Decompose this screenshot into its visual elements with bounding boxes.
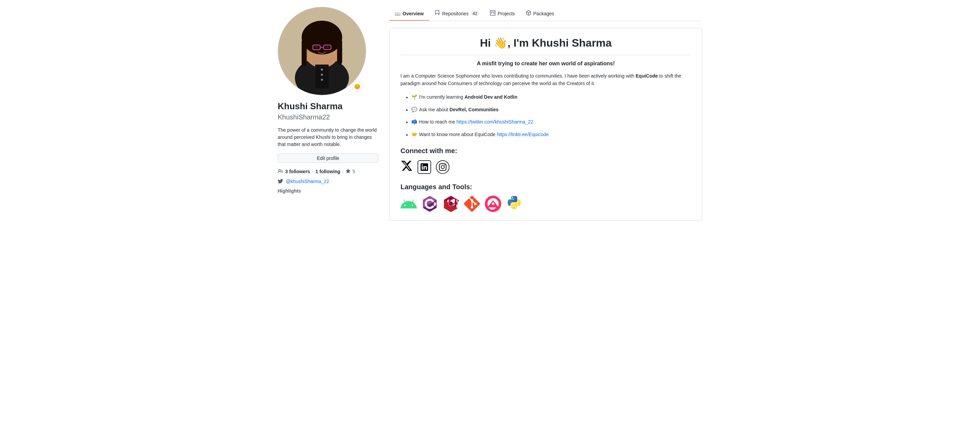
svg-point-13 xyxy=(321,73,323,76)
twitter-icon xyxy=(278,178,283,185)
svg-point-3 xyxy=(301,21,342,54)
twitter-link[interactable]: https://twitter.com/khushiSharma_22 xyxy=(456,119,533,124)
main-content: 📖 Overview Repositories 42 Projec xyxy=(389,7,702,221)
project-icon xyxy=(490,10,495,17)
tool-python xyxy=(506,196,522,212)
list-item-equicode: 🤝 Want to know more about EquiCode https… xyxy=(406,131,691,140)
tool-appwrite xyxy=(485,196,501,212)
tool-cpp xyxy=(443,196,459,212)
seedling-emoji: 🌱 xyxy=(411,93,417,101)
readme-title: Hi 👋, I'm Khushi Sharma xyxy=(401,37,691,49)
list-item-learning: 🌱 I'm currently learning Android Dev and… xyxy=(406,93,691,103)
user-bio: The power of a community to change the w… xyxy=(278,127,379,148)
avatar-emoji[interactable]: 😊 xyxy=(352,81,363,92)
equicode-bold: EquiCode xyxy=(636,73,658,79)
linkedin-social-icon[interactable] xyxy=(417,160,431,174)
instagram-social-icon[interactable] xyxy=(436,160,450,174)
svg-point-7 xyxy=(326,46,329,48)
followers-icon xyxy=(278,169,283,175)
mailbox-emoji: 📫 xyxy=(411,118,417,126)
handshake-emoji: 🤝 xyxy=(411,131,417,139)
tool-android xyxy=(401,196,417,212)
avatar xyxy=(278,7,366,95)
readme-divider xyxy=(401,55,691,55)
svg-rect-5 xyxy=(337,39,342,64)
star-icon xyxy=(346,169,350,175)
tab-overview[interactable]: 📖 Overview xyxy=(389,7,429,21)
following-link[interactable]: 1 following xyxy=(315,169,340,174)
edit-profile-button[interactable]: Edit profile xyxy=(278,153,379,163)
avatar-wrapper: 😊 xyxy=(278,7,366,95)
tab-projects[interactable]: Projects xyxy=(485,7,520,21)
readme-card: Hi 👋, I'm Khushi Sharma A misfit trying … xyxy=(389,28,702,221)
svg-rect-4 xyxy=(301,39,307,66)
svg-point-6 xyxy=(314,46,318,48)
book-icon: 📖 xyxy=(395,11,401,16)
tools-row xyxy=(401,196,691,212)
social-icons-row xyxy=(401,159,691,175)
tool-git xyxy=(464,196,480,212)
connect-title: Connect with me: xyxy=(401,147,691,155)
speech-emoji: 💬 xyxy=(411,105,417,114)
readme-subtitle: A misfit trying to create her own world … xyxy=(401,60,691,67)
twitter-social-row: @khushiSharma_22 xyxy=(278,178,379,185)
profile-tabs: 📖 Overview Repositories 42 Projec xyxy=(389,7,702,21)
svg-point-14 xyxy=(321,79,323,81)
readme-intro: I am a Computer Science Sophomore who lo… xyxy=(401,72,691,88)
svg-point-12 xyxy=(321,69,323,71)
twitter-handle-link[interactable]: @khushiSharma_22 xyxy=(286,179,329,184)
repo-icon xyxy=(434,10,440,17)
user-handle: KhushiSharma22 xyxy=(278,113,379,121)
equicode-link[interactable]: https://linktr.ee/Equicode xyxy=(497,132,549,137)
svg-rect-11 xyxy=(315,65,329,88)
followers-link[interactable]: 3 followers xyxy=(285,169,310,174)
twitter-social-icon[interactable] xyxy=(401,159,413,175)
list-item-ask: 💬 Ask me about DevRel, Communities xyxy=(406,105,691,115)
tools-title: Languages and Tools: xyxy=(401,183,691,191)
followers-row: 3 followers · 1 following · 5 xyxy=(278,169,379,175)
sidebar: 😊 Khushi Sharma KhushiSharma22 The power… xyxy=(278,7,379,221)
list-item-reach: 📫 How to reach me https://twitter.com/kh… xyxy=(406,118,691,127)
highlights-label: Highlights xyxy=(278,188,379,194)
tool-csharp xyxy=(422,196,438,212)
readme-list: 🌱 I'm currently learning Android Dev and… xyxy=(406,93,691,140)
package-icon xyxy=(526,10,531,17)
tab-repositories[interactable]: Repositories 42 xyxy=(429,7,485,21)
tab-packages[interactable]: Packages xyxy=(520,7,559,21)
user-display-name: Khushi Sharma xyxy=(278,101,379,112)
